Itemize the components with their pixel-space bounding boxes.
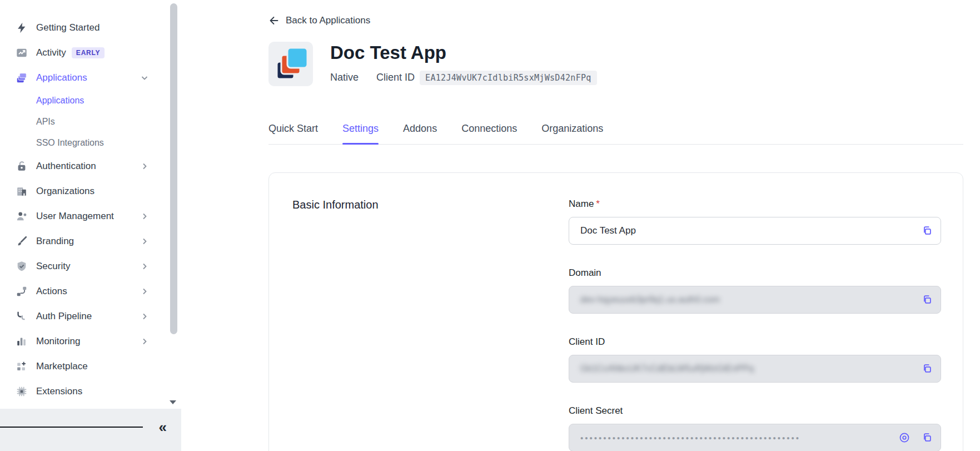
sidebar-item-auth-pipeline[interactable]: Auth Pipeline — [0, 304, 181, 329]
reveal-client-secret-button[interactable] — [896, 429, 913, 447]
chip-icon — [15, 385, 28, 398]
domain-field-label: Domain — [569, 267, 601, 279]
sidebar-item-label: Security — [36, 261, 70, 272]
lock-icon — [15, 160, 28, 173]
required-asterisk: * — [596, 199, 600, 210]
lightning-icon — [15, 21, 28, 34]
basic-information-card: Basic Information Name * Domain dev-hqye… — [268, 172, 963, 451]
sidebar-scrollbar[interactable] — [169, 0, 178, 409]
tab-quick-start[interactable]: Quick Start — [268, 123, 318, 144]
activity-chart-icon — [15, 46, 28, 60]
section-title: Basic Information — [292, 199, 569, 211]
sidebar-item-label: Organizations — [36, 186, 94, 197]
app-tabs: Quick Start Settings Addons Connections … — [268, 123, 963, 145]
chevron-right-icon — [140, 262, 149, 271]
sidebar-item-authentication[interactable]: Authentication — [0, 153, 181, 179]
sidebar-item-label: Extensions — [36, 386, 82, 397]
user-gear-icon — [15, 210, 28, 223]
sidebar-subitem-applications[interactable]: Applications — [0, 90, 181, 111]
building-icon — [15, 185, 28, 198]
sidebar-item-label: Monitoring — [36, 336, 80, 347]
app-logo — [268, 42, 313, 86]
sidebar-subitem-sso-integrations[interactable]: SSO Integrations — [0, 132, 181, 153]
domain-input: dev-hqyeuuvb3pr9q1.us.auth0.com — [569, 286, 941, 314]
chevron-right-icon — [140, 312, 149, 321]
copy-client-secret-button[interactable] — [918, 429, 936, 447]
name-field-label: Name — [569, 199, 594, 210]
paintbrush-icon — [15, 235, 28, 248]
sidebar-item-actions[interactable]: Actions — [0, 279, 181, 304]
sidebar-item-applications[interactable]: Applications — [0, 65, 181, 90]
client-secret-input: ••••••••••••••••••••••••••••••••••••••••… — [569, 424, 941, 451]
collapse-sidebar-button[interactable]: « — [159, 420, 167, 434]
back-link-label: Back to Applications — [286, 15, 370, 26]
chevron-right-icon — [140, 337, 149, 346]
sidebar-item-extensions[interactable]: Extensions — [0, 379, 181, 404]
tab-connections[interactable]: Connections — [461, 123, 517, 144]
sidebar-item-getting-started[interactable]: Getting Started — [0, 15, 181, 40]
client-id-label: Client ID — [376, 72, 415, 83]
name-input[interactable] — [569, 217, 941, 245]
footer-divider — [0, 427, 143, 428]
early-badge: EARLY — [72, 47, 105, 58]
sidebar-subitem-apis[interactable]: APIs — [0, 111, 181, 132]
copy-name-button[interactable] — [918, 222, 936, 240]
chevron-right-icon — [140, 212, 149, 221]
client-secret-field-label: Client Secret — [569, 405, 623, 417]
arrow-left-icon — [268, 15, 280, 26]
sidebar-item-label: User Management — [36, 211, 114, 222]
sidebar-item-label: Branding — [36, 236, 74, 247]
sidebar-item-monitoring[interactable]: Monitoring — [0, 329, 181, 354]
back-to-applications-link[interactable]: Back to Applications — [268, 15, 370, 26]
copy-client-id-button[interactable] — [918, 360, 936, 378]
chevron-right-icon — [140, 162, 149, 171]
sidebar-footer: « — [0, 409, 181, 451]
bar-chart-icon — [15, 335, 28, 348]
client-id-input: Gk1CcANkcUK7cCdEbLW5uRjWzGtEnPPq — [569, 355, 941, 383]
flow-icon — [15, 285, 28, 298]
main-content: Back to Applications Doc Test App Native… — [181, 0, 980, 451]
sidebar-item-organizations[interactable]: Organizations — [0, 179, 181, 204]
sidebar-item-label: Getting Started — [36, 22, 100, 33]
sidebar-item-label: Marketplace — [36, 361, 88, 372]
tab-settings[interactable]: Settings — [342, 123, 379, 144]
chevron-down-icon[interactable] — [140, 73, 149, 82]
grid-plus-icon — [15, 360, 28, 373]
client-id-chip: EA12J4WvUK7cIdlbiR5sxMjWsD42nFPq — [420, 71, 597, 85]
scrollbar-thumb[interactable] — [170, 3, 177, 334]
app-type-label: Native — [330, 72, 359, 83]
scrollbar-down-arrow-icon[interactable] — [170, 400, 176, 404]
domain-value-redacted: dev-hqyeuuvb3pr9q1.us.auth0.com — [580, 295, 720, 305]
sidebar-item-label: Actions — [36, 286, 67, 297]
sidebar: Getting Started Activity EARLY Applicati… — [0, 0, 181, 451]
sidebar-item-branding[interactable]: Branding — [0, 229, 181, 254]
tab-addons[interactable]: Addons — [403, 123, 437, 144]
client-id-value-redacted: Gk1CcANkcUK7cCdEbLW5uRjWzGtEnPPq — [580, 364, 754, 374]
sidebar-item-activity[interactable]: Activity EARLY — [0, 40, 181, 65]
tab-organizations[interactable]: Organizations — [541, 123, 603, 144]
sidebar-item-marketplace[interactable]: Marketplace — [0, 354, 181, 379]
chevron-right-icon — [140, 287, 149, 296]
chevron-right-icon — [140, 237, 149, 246]
sidebar-item-label: Activity — [36, 47, 66, 58]
client-id-field-label: Client ID — [569, 336, 605, 348]
layers-icon — [15, 71, 28, 85]
sidebar-item-user-management[interactable]: User Management — [0, 204, 181, 229]
sidebar-nav: Getting Started Activity EARLY Applicati… — [0, 0, 181, 404]
copy-domain-button[interactable] — [918, 291, 936, 309]
page-title: Doc Test App — [330, 42, 597, 63]
shield-check-icon — [15, 260, 28, 273]
sidebar-item-label: Auth Pipeline — [36, 311, 92, 322]
app-header: Doc Test App Native Client ID EA12J4WvUK… — [268, 42, 963, 86]
pipeline-icon — [15, 310, 28, 323]
sidebar-item-label: Authentication — [36, 161, 96, 172]
sidebar-item-label: Applications — [36, 72, 87, 83]
client-secret-masked-value: ••••••••••••••••••••••••••••••••••••••••… — [580, 433, 854, 443]
sidebar-item-security[interactable]: Security — [0, 254, 181, 279]
